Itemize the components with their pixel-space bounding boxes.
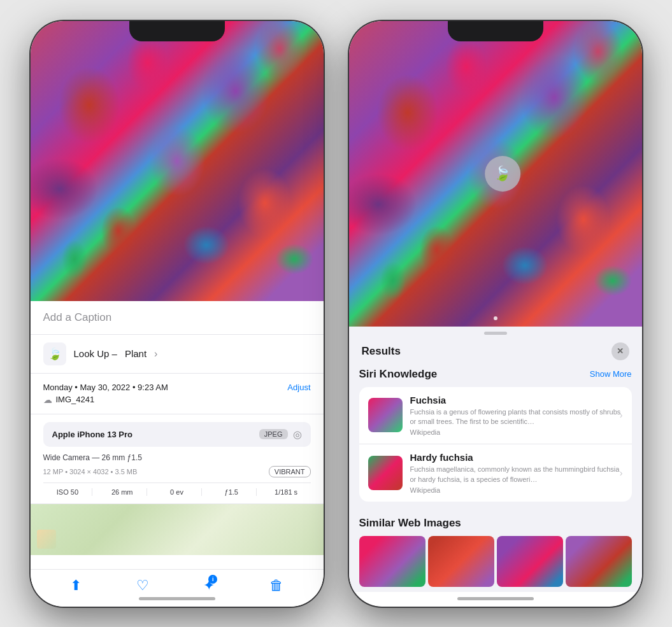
fuchsia-name: Fuchsia [410,395,623,405]
camera-model: Apple iPhone 13 Pro [52,430,132,439]
exif-ev: 0 ev [152,488,202,496]
leaf-icon: 🍃 [48,347,62,361]
filename: IMG_4241 [56,395,95,404]
visual-search-button[interactable]: 🍃 [485,156,520,192]
hardy-source: Wikipedia [410,486,623,494]
toolbar: ⬆ ♡ ✦ i 🗑 [31,569,324,607]
hardy-thumbnail [368,456,403,490]
hardy-description: Fuchsia magellanica, commonly known as t… [410,465,623,484]
fuchsia-source: Wikipedia [410,428,623,436]
phone-1: Add a Caption 🍃 Look Up – Plant › Monday… [31,21,324,607]
knowledge-item-hardy[interactable]: Hardy fuchsia Fuchsia magellanica, commo… [359,444,632,502]
info-button-wrapper[interactable]: ✦ i [203,577,215,594]
filename-row: ☁ IMG_4241 [43,395,311,405]
similar-image-3[interactable] [497,536,563,587]
knowledge-card: Fuchsia Fuchsia is a genus of flowering … [359,387,632,502]
results-sheet: Results ✕ Siri Knowledge Show More [349,327,642,593]
phone-1-screen: Add a Caption 🍃 Look Up – Plant › Monday… [31,21,324,607]
map-thumbnail [37,530,56,549]
date-row: Monday • May 30, 2022 • 9:23 AM Adjust [43,383,311,392]
hardy-text: Hardy fuchsia Fuchsia magellanica, commo… [410,452,623,494]
flower-overlay [31,21,324,301]
phone-1-notch [129,21,225,41]
format-badge: JPEG [259,429,288,439]
photo-image[interactable] [31,21,324,301]
share-button[interactable]: ⬆ [70,577,82,594]
meta-section: Monday • May 30, 2022 • 9:23 AM Adjust ☁… [31,374,324,414]
phone-2-screen: 🍃 Results ✕ Siri Knowledge Show M [349,21,642,607]
lookup-value: Plant [125,348,147,359]
show-more-button[interactable]: Show More [590,369,632,379]
similar-image-4[interactable] [566,536,632,587]
lookup-icon: 🍃 [43,342,66,365]
results-header: Results ✕ [349,337,642,368]
fuchsia-thumbnail [368,398,403,432]
siri-header: Siri Knowledge Show More [359,368,632,381]
favorite-button[interactable]: ♡ [136,577,149,594]
fuchsia-chevron: › [620,410,623,420]
exif-focal: 26 mm [97,488,147,496]
info-badge: i [208,575,217,584]
similar-section-title: Similar Web Images [359,517,461,529]
sheet-handle [484,332,507,335]
cloud-icon: ☁ [43,395,52,405]
fuchsia-description: Fuchsia is a genus of flowering plants t… [410,407,623,427]
close-button[interactable]: ✕ [611,342,629,360]
caption-area[interactable]: Add a Caption [31,301,324,335]
photo-date: Monday • May 30, 2022 • 9:23 AM [43,383,168,392]
phone-2: 🍃 Results ✕ Siri Knowledge Show M [349,21,642,607]
camera-header: Apple iPhone 13 Pro JPEG ◎ [43,422,311,447]
exif-iso: ISO 50 [43,488,93,496]
exif-aperture: ƒ1.5 [207,488,257,496]
lookup-row[interactable]: 🍃 Look Up – Plant › [31,335,324,374]
camera-specs-row: 12 MP • 3024 × 4032 • 3.5 MB VIBRANT [43,466,311,477]
delete-button[interactable]: 🗑 [269,577,283,594]
hardy-chevron: › [620,468,623,478]
camera-badges: JPEG ◎ [259,428,302,440]
home-indicator-2 [457,597,534,600]
phone-2-notch [448,21,543,41]
lookup-chevron: › [154,348,157,360]
results-title: Results [362,345,401,358]
similar-image-2[interactable] [428,536,494,587]
similar-images-grid [359,536,632,587]
exif-shutter: 1/181 s [262,488,311,496]
camera-lens: Wide Camera — 26 mm ƒ1.5 [43,453,311,462]
siri-section-title: Siri Knowledge [359,368,438,381]
exif-row: ISO 50 26 mm 0 ev ƒ1.5 1/181 s [43,483,311,496]
knowledge-item-fuchsia[interactable]: Fuchsia Fuchsia is a genus of flowering … [359,387,632,445]
geo-icon: ◎ [293,428,302,440]
page-dot [494,316,497,320]
vibrant-badge: VIBRANT [269,466,311,477]
leaf-visual-icon: 🍃 [494,166,511,182]
map-preview[interactable] [31,504,324,555]
similar-images-section: Similar Web Images [349,509,642,592]
adjust-button[interactable]: Adjust [287,383,310,392]
fuchsia-text: Fuchsia Fuchsia is a genus of flowering … [410,395,623,437]
similar-image-1[interactable] [359,536,425,587]
hardy-name: Hardy fuchsia [410,452,623,463]
siri-knowledge-section: Siri Knowledge Show More Fuchsia Fuchsia… [349,368,642,510]
camera-resolution: 12 MP • 3024 × 4032 • 3.5 MB [43,468,138,476]
lookup-label: Look Up – [74,348,117,359]
caption-placeholder[interactable]: Add a Caption [43,311,112,323]
photo-image-2: 🍃 [349,21,642,327]
camera-section: Apple iPhone 13 Pro JPEG ◎ Wide Camera —… [31,414,324,504]
home-indicator [139,597,215,600]
close-icon: ✕ [617,346,624,356]
photo-info-panel: Add a Caption 🍃 Look Up – Plant › Monday… [31,301,324,555]
